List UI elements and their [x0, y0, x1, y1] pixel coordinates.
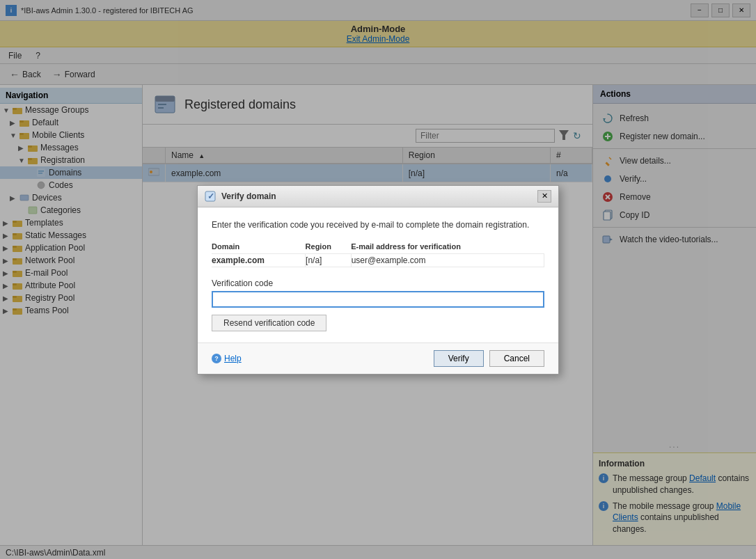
modal-overlay: ✓ Verify domain ✕ Enter the verification… — [0, 0, 756, 559]
modal-region-value: [n/a] — [306, 253, 352, 267]
modal-col-region: Region — [306, 242, 352, 254]
resend-verification-button[interactable]: Resend verification code — [212, 315, 326, 331]
modal-email-value: user@example.com — [351, 253, 544, 267]
help-icon: ? — [212, 354, 221, 363]
modal-title-icon: ✓ — [205, 191, 216, 202]
modal-col-domain: Domain — [212, 242, 306, 254]
help-link[interactable]: Help — [224, 354, 242, 363]
modal-titlebar: ✓ Verify domain ✕ — [198, 186, 558, 207]
cancel-button[interactable]: Cancel — [489, 350, 544, 367]
modal-footer-buttons: Verify Cancel — [434, 350, 544, 367]
verify-button[interactable]: Verify — [434, 350, 484, 367]
modal-domain-value: example.com — [212, 253, 306, 267]
modal-title-left: ✓ Verify domain — [205, 191, 276, 202]
modal-title-text: Verify domain — [221, 191, 276, 201]
verification-code-label: Verification code — [212, 278, 544, 288]
verification-code-input[interactable] — [212, 291, 544, 308]
modal-col-email: E-mail address for verification — [351, 242, 544, 254]
modal-content: Enter the verification code you received… — [198, 207, 558, 343]
modal-table: Domain Region E-mail address for verific… — [212, 242, 544, 267]
verify-domain-modal: ✓ Verify domain ✕ Enter the verification… — [197, 185, 559, 375]
modal-footer: ? Help Verify Cancel — [198, 343, 558, 374]
modal-description: Enter the verification code you received… — [212, 219, 544, 231]
modal-footer-left: ? Help — [212, 354, 242, 363]
svg-text:✓: ✓ — [207, 191, 214, 201]
modal-close-button[interactable]: ✕ — [537, 190, 551, 203]
